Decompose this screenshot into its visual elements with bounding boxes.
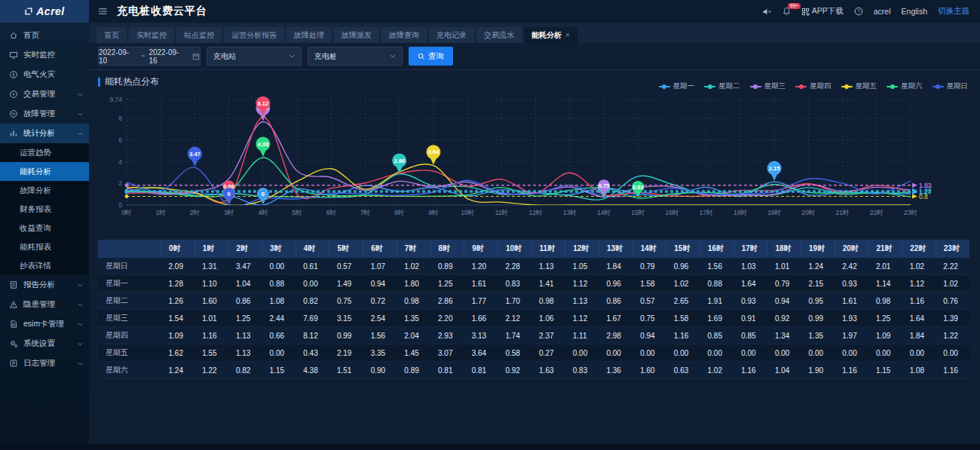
sidebar-subitem-抄表详情[interactable]: 抄表详情 bbox=[0, 256, 89, 275]
sidebar-item-隐患管理[interactable]: 隐患管理 bbox=[0, 295, 89, 314]
tab-实时监控[interactable]: 实时监控 bbox=[129, 27, 174, 43]
legend-item-星期五[interactable]: 星期五 bbox=[841, 81, 877, 91]
table-cell: 1.16 bbox=[902, 292, 936, 310]
language-switch[interactable]: English bbox=[902, 7, 927, 16]
row-label: 星期二 bbox=[98, 292, 161, 310]
tab-充电记录[interactable]: 充电记录 bbox=[429, 27, 474, 43]
notification-bell-icon[interactable]: 99+ bbox=[782, 7, 791, 16]
table-cell: 1.02 bbox=[936, 275, 969, 292]
table-cell: 1.09 bbox=[161, 327, 195, 344]
sidebar-item-报告分析[interactable]: 报告分析 bbox=[0, 275, 89, 295]
menu-collapse-icon[interactable] bbox=[98, 7, 108, 16]
sidebar-subitem-能耗报表[interactable]: 能耗报表 bbox=[0, 237, 89, 256]
tab-交易流水[interactable]: 交易流水 bbox=[476, 27, 522, 43]
sidebar-item-首页[interactable]: 首页 bbox=[0, 26, 89, 45]
table-cell: 1.49 bbox=[329, 275, 363, 292]
table-cell: 0.00 bbox=[733, 344, 767, 362]
stats-icon bbox=[9, 129, 18, 138]
legend-item-星期二[interactable]: 星期二 bbox=[704, 81, 740, 91]
station-select[interactable]: 充电站 bbox=[207, 47, 302, 66]
table-cell: 4.38 bbox=[296, 362, 329, 379]
tab-能耗分析[interactable]: 能耗分析× bbox=[524, 27, 577, 43]
column-header: 13时 bbox=[599, 240, 632, 258]
tab-运营分析报告[interactable]: 运营分析报告 bbox=[224, 27, 284, 43]
sidebar-subitem-财务报表[interactable]: 财务报表 bbox=[0, 200, 89, 219]
sidebar-item-交易管理[interactable]: ¥交易管理 bbox=[0, 84, 89, 104]
table-row[interactable]: 星期二1.261.600.861.080.820.750.720.982.861… bbox=[98, 292, 969, 310]
table-cell: 2.19 bbox=[329, 344, 363, 362]
svg-text:21时: 21时 bbox=[836, 209, 850, 216]
sidebar-subitem-收益查询[interactable]: 收益查询 bbox=[0, 219, 89, 237]
legend-item-星期三[interactable]: 星期三 bbox=[750, 81, 786, 91]
tab-故障处理[interactable]: 故障处理 bbox=[286, 27, 332, 43]
table-cell: 0.83 bbox=[498, 275, 531, 292]
tab-站点监控[interactable]: 站点监控 bbox=[176, 27, 222, 43]
table-cell: 0.94 bbox=[767, 292, 801, 310]
theme-switch-link[interactable]: 切换主题 bbox=[938, 6, 969, 17]
date-range-picker[interactable]: 2022-09-10 ~ 2022-09-16 bbox=[98, 47, 201, 66]
user-name[interactable]: acrel bbox=[874, 7, 891, 16]
legend-item-星期日[interactable]: 星期日 bbox=[933, 81, 969, 91]
table-cell: 1.15 bbox=[868, 362, 902, 379]
table-cell: 1.24 bbox=[161, 362, 195, 379]
table-cell: 0.00 bbox=[835, 344, 868, 362]
sidebar-item-统计分析[interactable]: 统计分析 bbox=[0, 124, 89, 143]
tab-首页[interactable]: 首页 bbox=[96, 27, 127, 43]
sidebar-item-esim卡管理[interactable]: esim卡管理 bbox=[0, 314, 89, 334]
table-row[interactable]: 星期六1.241.220.821.154.381.510.900.890.810… bbox=[98, 362, 969, 379]
tab-label: 站点监控 bbox=[184, 31, 214, 39]
svg-text:2: 2 bbox=[118, 179, 122, 187]
svg-text:23时: 23时 bbox=[904, 209, 917, 216]
markpoint: 8.12 bbox=[256, 96, 270, 116]
sidebar-item-实时监控[interactable]: 实时监控 bbox=[0, 45, 89, 65]
table-cell: 0.85 bbox=[733, 327, 767, 344]
legend-item-星期四[interactable]: 星期四 bbox=[795, 81, 831, 91]
tab-bar: 首页实时监控站点监控运营分析报告故障处理故障派发故障查询充电记录交易流水能耗分析… bbox=[89, 23, 980, 43]
table-row[interactable]: 星期三1.541.011.252.447.693.152.541.352.201… bbox=[98, 310, 969, 327]
legend-item-星期一[interactable]: 星期一 bbox=[659, 81, 695, 91]
sidebar-item-日志管理[interactable]: 日志管理 bbox=[0, 354, 89, 373]
table-row[interactable]: 星期一1.281.101.040.880.001.490.941.801.251… bbox=[98, 275, 969, 292]
table-row[interactable]: 星期日2.091.313.470.000.610.571.071.020.891… bbox=[98, 258, 969, 275]
pile-select[interactable]: 充电桩 bbox=[308, 47, 403, 66]
table-cell: 1.35 bbox=[397, 310, 430, 327]
tab-故障派发[interactable]: 故障派发 bbox=[334, 27, 379, 43]
legend-label: 星期日 bbox=[947, 81, 969, 91]
svg-text:1.17: 1.17 bbox=[919, 188, 932, 196]
table-cell: 1.22 bbox=[936, 327, 969, 344]
sidebar-item-电气火灾[interactable]: 电气火灾 bbox=[0, 65, 89, 84]
svg-text:5时: 5时 bbox=[292, 209, 302, 216]
tab-故障查询[interactable]: 故障查询 bbox=[381, 27, 427, 43]
legend-swatch bbox=[659, 86, 670, 87]
sidebar-item-系统设置[interactable]: 系统设置 bbox=[0, 334, 89, 354]
help-icon[interactable]: ? bbox=[854, 7, 863, 16]
sidebar-subitem-故障分析[interactable]: 故障分析 bbox=[0, 181, 89, 200]
column-header: 18时 bbox=[767, 240, 801, 258]
sidebar-subitem-运营趋势[interactable]: 运营趋势 bbox=[0, 143, 89, 162]
sidebar-item-label: 日志管理 bbox=[23, 358, 72, 369]
sidebar-subitem-能耗分析[interactable]: 能耗分析 bbox=[0, 162, 89, 181]
svg-text:0: 0 bbox=[228, 191, 231, 197]
table-row[interactable]: 星期五1.621.551.130.000.432.193.351.453.073… bbox=[98, 344, 969, 362]
close-icon[interactable]: × bbox=[565, 31, 570, 39]
table-cell: 1.77 bbox=[464, 292, 498, 310]
date-separator: ~ bbox=[141, 52, 145, 60]
warning-icon bbox=[9, 300, 18, 309]
mute-icon[interactable] bbox=[762, 8, 772, 16]
row-label: 星期日 bbox=[98, 258, 161, 275]
chart-title-text: 能耗热点分布 bbox=[105, 75, 159, 88]
column-header: 15时 bbox=[666, 240, 700, 258]
table-cell: 0.75 bbox=[632, 310, 666, 327]
column-header: 20时 bbox=[835, 240, 868, 258]
svg-text:7时: 7时 bbox=[360, 209, 370, 216]
query-button[interactable]: 查询 bbox=[409, 47, 453, 66]
app-download-link[interactable]: APP下载 bbox=[801, 6, 844, 17]
legend-item-星期六[interactable]: 星期六 bbox=[887, 81, 923, 91]
table-cell: 0.93 bbox=[835, 275, 868, 292]
table-row[interactable]: 星期四1.091.161.130.668.120.991.562.042.933… bbox=[98, 327, 969, 344]
svg-text:3.47: 3.47 bbox=[189, 151, 201, 158]
sidebar-item-故障管理[interactable]: %故障管理 bbox=[0, 104, 89, 124]
table-cell: 0.00 bbox=[767, 344, 801, 362]
table-cell: 1.39 bbox=[936, 310, 969, 327]
legend-label: 星期二 bbox=[718, 81, 740, 91]
